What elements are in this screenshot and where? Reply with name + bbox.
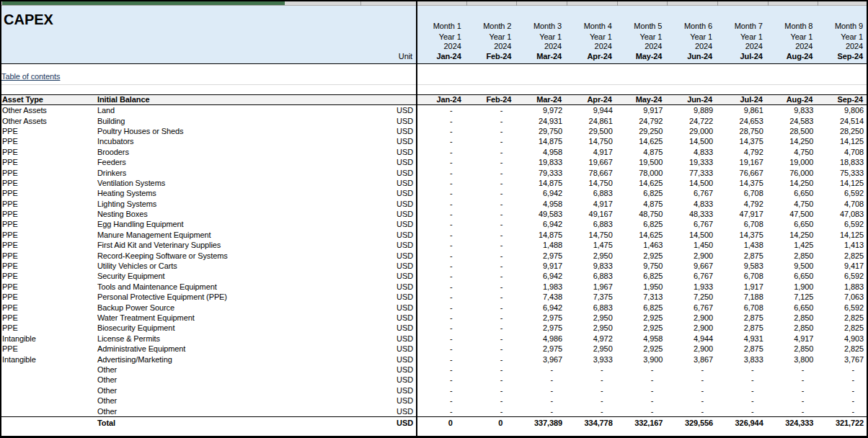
cell-value[interactable]: 1,917 bbox=[717, 282, 768, 291]
cell-value[interactable]: - bbox=[466, 262, 517, 270]
cell-value[interactable]: - bbox=[818, 365, 868, 374]
cell-value[interactable]: 7,063 bbox=[818, 292, 868, 301]
cell-value[interactable]: - bbox=[717, 407, 768, 416]
cell-value[interactable]: - bbox=[516, 386, 567, 395]
cell-value[interactable]: 1,883 bbox=[818, 282, 868, 291]
cell-value[interactable]: - bbox=[416, 344, 466, 353]
cell-value[interactable]: - bbox=[617, 396, 668, 405]
cell-value[interactable]: 78,000 bbox=[617, 169, 668, 177]
cell-value[interactable]: 14,625 bbox=[617, 137, 668, 146]
cell-unit[interactable]: USD bbox=[360, 137, 416, 146]
cell-value[interactable]: 7,125 bbox=[768, 292, 818, 301]
cell-value[interactable]: 2,950 bbox=[567, 313, 617, 322]
cell-value[interactable]: 4,750 bbox=[768, 148, 818, 156]
cell-value[interactable]: 76,667 bbox=[717, 169, 768, 177]
cell-value[interactable]: - bbox=[667, 386, 717, 395]
cell-value[interactable]: 2,950 bbox=[567, 344, 617, 353]
cell-value[interactable]: 2,825 bbox=[818, 323, 868, 332]
cell-value[interactable]: 78,667 bbox=[567, 169, 617, 177]
cell-value[interactable]: 6,825 bbox=[617, 189, 668, 197]
cell-value[interactable]: 14,625 bbox=[617, 231, 668, 239]
cell-value[interactable]: - bbox=[416, 148, 466, 156]
cell-value[interactable]: 4,931 bbox=[717, 334, 768, 343]
cell-value[interactable]: - bbox=[818, 396, 868, 405]
cell-value[interactable]: 2,850 bbox=[768, 313, 818, 322]
cell-value[interactable]: - bbox=[416, 137, 466, 146]
cell-value[interactable]: 14,375 bbox=[717, 179, 768, 187]
cell-value[interactable]: 9,917 bbox=[516, 262, 567, 270]
cell-value[interactable]: 6,708 bbox=[717, 220, 768, 228]
cell-item-name[interactable]: Heating Systems bbox=[96, 189, 360, 197]
cell-value[interactable]: 6,592 bbox=[818, 303, 868, 312]
total-value[interactable]: 334,778 bbox=[567, 419, 617, 427]
cell-value[interactable]: 6,942 bbox=[516, 303, 567, 312]
cell-value[interactable]: - bbox=[416, 200, 466, 208]
cell-value[interactable]: - bbox=[768, 365, 818, 374]
cell-unit[interactable]: USD bbox=[360, 262, 416, 270]
cell-value[interactable]: 9,583 bbox=[717, 262, 768, 270]
cell-value[interactable]: - bbox=[667, 407, 717, 416]
cell-unit[interactable]: USD bbox=[360, 117, 416, 125]
cell-value[interactable]: 29,000 bbox=[667, 127, 717, 135]
total-value[interactable]: 326,944 bbox=[717, 419, 768, 427]
cell-value[interactable]: 77,333 bbox=[667, 169, 717, 177]
cell-value[interactable]: 6,825 bbox=[617, 220, 668, 228]
cell-item-name[interactable]: Poultry Houses or Sheds bbox=[96, 127, 360, 135]
cell-value[interactable]: 75,333 bbox=[818, 169, 868, 177]
cell-value[interactable]: 7,250 bbox=[667, 292, 717, 301]
cell-value[interactable]: 49,167 bbox=[567, 210, 617, 218]
cell-value[interactable]: - bbox=[466, 251, 517, 260]
cell-value[interactable]: 9,944 bbox=[567, 106, 617, 115]
cell-value[interactable]: 2,900 bbox=[667, 251, 717, 260]
cell-value[interactable]: 2,825 bbox=[818, 251, 868, 260]
cell-value[interactable]: - bbox=[466, 137, 517, 146]
cell-item-name[interactable]: Other bbox=[96, 386, 360, 395]
cell-value[interactable]: - bbox=[466, 344, 517, 353]
cell-value[interactable]: 49,583 bbox=[516, 210, 567, 218]
cell-asset-type[interactable]: PPE bbox=[0, 251, 96, 260]
cell-value[interactable]: 9,500 bbox=[768, 262, 818, 270]
cell-value[interactable]: - bbox=[818, 386, 868, 395]
cell-value[interactable]: 3,767 bbox=[818, 355, 868, 364]
cell-value[interactable]: 2,875 bbox=[717, 313, 768, 322]
cell-value[interactable]: - bbox=[567, 365, 617, 374]
cell-value[interactable]: 2,875 bbox=[717, 251, 768, 260]
cell-value[interactable]: 19,000 bbox=[768, 158, 818, 166]
cell-value[interactable]: 29,500 bbox=[567, 127, 617, 135]
cell-value[interactable]: - bbox=[416, 106, 466, 115]
cell-value[interactable]: 6,650 bbox=[768, 189, 818, 197]
cell-value[interactable]: 2,975 bbox=[516, 313, 567, 322]
cell-unit[interactable]: USD bbox=[360, 344, 416, 353]
cell-asset-type[interactable]: PPE bbox=[0, 282, 96, 291]
cell-value[interactable]: 24,931 bbox=[516, 117, 567, 125]
cell-asset-type[interactable]: Intangible bbox=[0, 334, 96, 343]
cell-asset-type[interactable]: Other Assets bbox=[0, 106, 96, 115]
total-value[interactable]: 324,333 bbox=[768, 419, 818, 427]
cell-item-name[interactable]: License & Permits bbox=[96, 334, 360, 343]
cell-value[interactable]: 14,750 bbox=[567, 179, 617, 187]
cell-value[interactable]: 2,975 bbox=[516, 344, 567, 353]
cell-value[interactable]: 9,917 bbox=[617, 106, 668, 115]
cell-value[interactable]: - bbox=[667, 375, 717, 384]
cell-value[interactable]: 24,583 bbox=[768, 117, 818, 125]
cell-value[interactable]: 2,850 bbox=[768, 251, 818, 260]
cell-value[interactable]: - bbox=[667, 396, 717, 405]
cell-value[interactable]: 24,792 bbox=[617, 117, 668, 125]
cell-value[interactable]: 1,900 bbox=[768, 282, 818, 291]
cell-unit[interactable]: USD bbox=[360, 251, 416, 260]
cell-asset-type[interactable]: PPE bbox=[0, 262, 96, 270]
cell-value[interactable]: - bbox=[416, 272, 466, 280]
cell-value[interactable]: - bbox=[466, 355, 517, 364]
cell-value[interactable]: 4,972 bbox=[567, 334, 617, 343]
cell-value[interactable]: 47,500 bbox=[768, 210, 818, 218]
cell-value[interactable]: 24,722 bbox=[667, 117, 717, 125]
cell-value[interactable]: 28,250 bbox=[818, 127, 868, 135]
cell-value[interactable]: 3,933 bbox=[567, 355, 617, 364]
cell-value[interactable]: 7,188 bbox=[717, 292, 768, 301]
cell-value[interactable]: 1,425 bbox=[768, 241, 818, 249]
cell-value[interactable]: - bbox=[818, 375, 868, 384]
cell-value[interactable]: - bbox=[416, 303, 466, 312]
cell-value[interactable]: 1,967 bbox=[567, 282, 617, 291]
cell-value[interactable]: 4,958 bbox=[516, 148, 567, 156]
cell-item-name[interactable]: Brooders bbox=[96, 148, 360, 156]
